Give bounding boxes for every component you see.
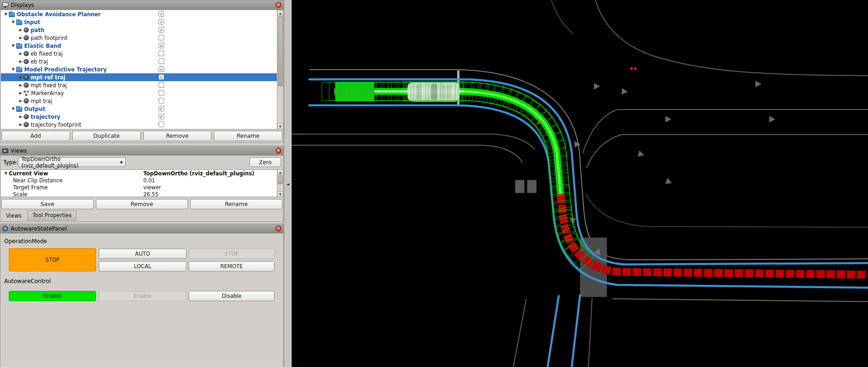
tree-row[interactable]: ▶trajectory footprint <box>1 121 283 129</box>
state-title-bar[interactable]: AutowareStatePanel ✕ <box>0 224 283 233</box>
tree-item-checkbox[interactable] <box>159 90 164 96</box>
render-viewport[interactable] <box>292 0 868 367</box>
tree-row[interactable]: ▶path footprint <box>1 34 283 42</box>
collapse-icon[interactable]: ▼ <box>3 171 9 175</box>
property-row[interactable]: Scale26.55 <box>1 191 283 197</box>
expand-icon[interactable]: ▶ <box>18 28 24 32</box>
remote-button[interactable]: REMOTE <box>189 261 274 271</box>
tree-item-checkbox[interactable] <box>159 35 164 40</box>
close-icon[interactable]: ✕ <box>275 225 281 232</box>
expand-icon[interactable]: ▶ <box>18 83 24 87</box>
save-button[interactable]: Save <box>1 199 94 209</box>
expand-icon[interactable]: ▶ <box>18 52 24 56</box>
displays-scrollbar[interactable]: ▲ ▼ <box>277 10 283 129</box>
tree-row[interactable]: ▶trajectory✓ <box>1 113 283 121</box>
duplicate-button[interactable]: Duplicate <box>72 131 141 141</box>
tree-row[interactable]: ▶eb fixed traj <box>1 50 283 58</box>
displays-tree[interactable]: ▼Obstacle Avoidance Planner✓▼Input✓▶path… <box>1 10 283 129</box>
tree-item-label: Output <box>24 106 45 112</box>
tree-item-checkbox[interactable]: ✓ <box>159 19 164 25</box>
tab-views[interactable]: Views <box>1 211 26 220</box>
tree-row[interactable]: ▼Input✓ <box>1 18 283 26</box>
tree-item-checkbox[interactable] <box>159 82 164 88</box>
tree-item-checkbox[interactable]: ✓ <box>159 27 164 32</box>
remove-view-button[interactable]: Remove <box>96 199 188 209</box>
expand-icon[interactable]: ▶ <box>18 115 24 119</box>
autoware-state-panel: AutowareStatePanel ✕ OperationMode STOP … <box>0 224 284 367</box>
scroll-down-icon[interactable]: ▼ <box>277 123 283 129</box>
tree-row[interactable]: ▶mpt fixed traj <box>1 81 283 89</box>
view-type-dropdown[interactable]: TopDownOrtho (rviz_default_plugins) ▼ <box>18 157 126 167</box>
close-icon[interactable]: ✕ <box>275 148 281 154</box>
start-footprint <box>335 82 374 101</box>
collapse-icon[interactable]: ▼ <box>10 107 16 111</box>
tree-item-checkbox[interactable]: ✓ <box>159 74 164 80</box>
enable-current-button[interactable]: Enable <box>9 291 96 301</box>
expand-icon[interactable]: ▶ <box>18 99 24 103</box>
tree-item-checkbox[interactable] <box>159 51 164 56</box>
property-value[interactable]: 26.55 <box>140 191 283 197</box>
tree-row[interactable]: ▼Elastic Band✓ <box>1 42 283 50</box>
expand-icon[interactable]: ▶ <box>18 122 24 127</box>
disable-button[interactable]: Disable <box>189 291 274 301</box>
tree-item-checkbox[interactable] <box>159 98 164 103</box>
rename-button[interactable]: Rename <box>214 131 282 141</box>
operation-mode-current-button[interactable]: STOP <box>9 248 96 271</box>
rviz-window: Displays ✕ ▼Obstacle Avoidance Planner✓▼… <box>0 0 868 367</box>
tree-item-checkbox[interactable]: ✓ <box>159 106 164 111</box>
scroll-down-icon[interactable]: ▼ <box>277 191 283 197</box>
tree-item-checkbox[interactable]: ✓ <box>159 11 164 17</box>
tree-item-checkbox[interactable]: ✓ <box>159 43 164 48</box>
tree-item-checkbox[interactable]: ✓ <box>159 66 164 72</box>
remove-button[interactable]: Remove <box>143 131 212 141</box>
collapse-icon[interactable]: ▼ <box>10 20 16 24</box>
scrollbar-thumb[interactable] <box>278 176 283 184</box>
property-value[interactable]: TopDownOrtho (rviz_default_plugins) <box>140 170 283 177</box>
tree-row[interactable]: ▼Output✓ <box>1 105 283 113</box>
scroll-up-icon[interactable]: ▲ <box>277 169 283 175</box>
property-row[interactable]: Target Frameviewer <box>1 184 283 191</box>
monitor-icon <box>2 2 8 8</box>
tree-row[interactable]: ▶MarkerArray <box>1 89 283 97</box>
expand-icon[interactable]: ▶ <box>18 91 24 95</box>
tree-item-checkbox[interactable] <box>159 122 164 127</box>
property-value[interactable]: 0.01 <box>140 177 283 184</box>
collapse-icon[interactable]: ▼ <box>10 67 16 71</box>
collapse-icon[interactable]: ▼ <box>10 44 16 48</box>
displays-title-bar[interactable]: Displays ✕ <box>0 0 283 10</box>
folder-icon <box>16 44 22 49</box>
auto-button[interactable]: AUTO <box>99 249 186 259</box>
tree-row[interactable]: ▶eb traj <box>1 58 283 65</box>
tree-item-checkbox[interactable]: ✓ <box>159 114 164 119</box>
close-icon[interactable]: ✕ <box>275 2 281 8</box>
collapse-left-icon[interactable]: ◄ <box>286 182 289 187</box>
tab-tool-properties[interactable]: Tool Properties <box>27 211 77 220</box>
rename-view-button[interactable]: Rename <box>190 199 282 209</box>
views-scrollbar[interactable]: ▲ ▼ <box>277 169 283 197</box>
expand-icon[interactable]: ▶ <box>18 59 24 64</box>
tree-row[interactable]: ▼Obstacle Avoidance Planner✓ <box>1 10 283 18</box>
property-value[interactable]: viewer <box>140 184 283 191</box>
tree-row[interactable]: ▶mpt traj <box>1 97 283 105</box>
scroll-up-icon[interactable]: ▲ <box>277 10 283 16</box>
add-button[interactable]: Add <box>1 131 70 141</box>
tree-row[interactable]: ▶path✓ <box>1 26 283 34</box>
tree-row[interactable]: ▶mpt ref traj✓ <box>1 73 283 81</box>
collapse-icon[interactable]: ▼ <box>3 12 9 16</box>
scrollbar-thumb[interactable] <box>278 17 283 86</box>
local-button[interactable]: LOCAL <box>99 261 186 271</box>
views-title-bar[interactable]: Views ✕ <box>0 146 283 155</box>
tree-row[interactable]: ▼Model Predictive Trajectory✓ <box>1 65 283 73</box>
property-row[interactable]: ▼Current ViewTopDownOrtho (rviz_default_… <box>1 170 283 177</box>
dock-splitter[interactable]: ◄ <box>284 0 292 367</box>
expand-icon[interactable]: ▶ <box>18 36 24 40</box>
tree-item-label: Elastic Band <box>24 43 61 49</box>
views-buttons: Save Remove Rename <box>1 199 282 209</box>
tree-item-label: trajectory footprint <box>31 122 81 128</box>
zero-button[interactable]: Zero <box>249 157 281 167</box>
property-row[interactable]: Near Clip Distance0.01 <box>1 177 283 184</box>
autoware-icon <box>2 225 8 232</box>
tree-item-checkbox[interactable] <box>159 58 164 64</box>
panel-title: Views <box>11 148 273 154</box>
expand-icon[interactable]: ▶ <box>18 75 24 79</box>
